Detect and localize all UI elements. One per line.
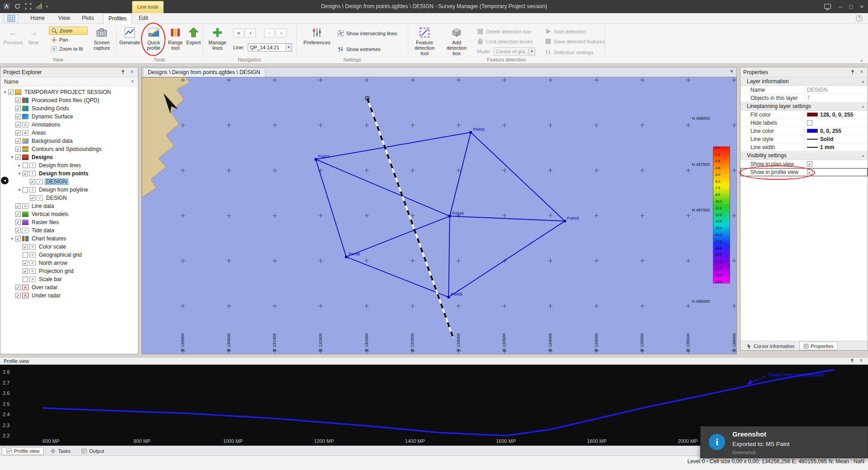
tree-item-annotations[interactable]: ✓AAnnotations bbox=[0, 121, 138, 129]
property-checkbox[interactable] bbox=[807, 120, 812, 126]
show-extremes-button[interactable]: Show extremes bbox=[337, 46, 381, 52]
visibility-checkbox[interactable]: ✓ bbox=[15, 203, 21, 209]
properties-section-visibility-settings[interactable]: Visibility settings▴ bbox=[741, 151, 868, 160]
property-row-show-in-profile-view[interactable]: Show in profile view✓ bbox=[741, 168, 868, 176]
expander-icon[interactable]: ▾ bbox=[9, 236, 15, 241]
tree-item-dynamic-surface[interactable]: ✓Dynamic Surface bbox=[0, 113, 138, 121]
tree-item-processed-point-files-qpd[interactable]: ✓Processed Point files (QPD) bbox=[0, 96, 138, 104]
tree-item-under-radar[interactable]: ✓AUnder radar bbox=[0, 291, 138, 300]
feature-detection-tool-button[interactable]: Feature detection tool bbox=[410, 26, 439, 59]
dropdown-icon[interactable]: ▼ bbox=[528, 48, 535, 55]
close-panel-icon[interactable]: × bbox=[858, 358, 864, 364]
visibility-checkbox[interactable]: ✓ bbox=[15, 212, 21, 217]
zoom-option[interactable]: Zoom bbox=[49, 27, 88, 35]
pin-icon[interactable] bbox=[849, 69, 856, 75]
visibility-checkbox[interactable]: ✓ bbox=[15, 236, 21, 241]
visibility-checkbox[interactable]: ✓ bbox=[15, 130, 21, 136]
dropdown-icon[interactable]: ▼ bbox=[285, 44, 292, 51]
previous-button[interactable]: ← Previous bbox=[3, 26, 24, 59]
export-button[interactable]: Export bbox=[185, 26, 202, 59]
expander-icon[interactable]: ▸ bbox=[17, 163, 22, 168]
close-panel-icon[interactable]: × bbox=[859, 69, 865, 75]
first-line-button[interactable]: « bbox=[233, 28, 244, 38]
property-checkbox[interactable]: ✓ bbox=[807, 169, 812, 175]
tree-item-chart-features[interactable]: ▾✓Chart features bbox=[0, 235, 138, 243]
visibility-checkbox[interactable]: ✓ bbox=[30, 195, 35, 201]
chart-icon[interactable] bbox=[35, 3, 43, 10]
screen-capture-button[interactable]: Screen capture bbox=[90, 26, 114, 59]
minimize-button[interactable]: – bbox=[839, 3, 842, 10]
show-intersecting-lines-button[interactable]: Show intersecting lines bbox=[337, 30, 397, 37]
visibility-checkbox[interactable]: ✓ bbox=[15, 228, 21, 233]
pin-icon[interactable] bbox=[120, 69, 126, 75]
tree-item-line-data[interactable]: ✓≡Line data bbox=[0, 202, 138, 210]
capture-region-icon[interactable] bbox=[24, 3, 32, 10]
visibility-checkbox[interactable]: ✓ bbox=[15, 146, 21, 152]
tree-item-geographical-grid[interactable]: #Geographical grid bbox=[0, 251, 138, 259]
delete-detection-box-button[interactable]: Delete detection box bbox=[477, 28, 531, 35]
selected-layer-marker[interactable]: ◄ bbox=[1, 177, 9, 184]
visibility-checkbox[interactable]: ✓ bbox=[15, 220, 21, 225]
application-menu-button[interactable] bbox=[4, 14, 19, 23]
map-canvas[interactable]: Point1Point2Point3Point4Point5Point60.0-… bbox=[142, 77, 737, 354]
tree-item-vertical-models[interactable]: ✓Vertical models bbox=[0, 210, 138, 218]
last-line-button[interactable]: » bbox=[276, 28, 287, 38]
tree-item-design[interactable]: ✓/DESIGN bbox=[0, 194, 138, 202]
greenshot-notification[interactable]: i Greenshot Exported to: MS Paint Greens… bbox=[700, 426, 868, 458]
property-checkbox[interactable]: ✓ bbox=[807, 161, 812, 167]
quick-profile-button[interactable]: Quick profile bbox=[143, 26, 165, 59]
visibility-checkbox[interactable]: ✓ bbox=[15, 98, 21, 103]
visibility-checkbox[interactable]: ✓ bbox=[8, 89, 14, 95]
generate-button[interactable]: Generate bbox=[118, 26, 141, 59]
property-row-show-in-plan-view[interactable]: Show in plan view✓ bbox=[741, 160, 868, 168]
maximize-button[interactable]: □ bbox=[849, 3, 853, 10]
manage-lines-button[interactable]: Manage lines bbox=[205, 26, 230, 59]
property-row-hide-labels[interactable]: Hide labels bbox=[741, 119, 868, 127]
visibility-checkbox[interactable]: ✓ bbox=[23, 171, 28, 176]
tree-item-temporary-project-session[interactable]: ▾✓TEMPORARY PROJECT SESSION bbox=[0, 88, 138, 96]
tree-item-projection-grid[interactable]: ✓#Projection grid bbox=[0, 267, 138, 275]
tree-item-design-from-points[interactable]: ▾✓/Design from points bbox=[0, 169, 138, 178]
expander-icon[interactable]: ▾ bbox=[17, 171, 22, 176]
qat-dropdown-icon[interactable]: ▾ bbox=[46, 5, 48, 9]
tree-item-areas[interactable]: ✓★Areas bbox=[0, 129, 138, 137]
property-row-line-color[interactable]: Line color0, 0, 255 bbox=[741, 127, 868, 135]
properties-section-lineplanning-layer-settings[interactable]: Lineplanning layer settings▴ bbox=[741, 102, 868, 111]
visibility-checkbox[interactable] bbox=[23, 187, 28, 193]
collapse-ribbon-icon[interactable]: ▴ bbox=[860, 58, 863, 62]
range-tool-button[interactable]: Range tool bbox=[165, 26, 185, 59]
document-tab[interactable]: Designs \ Design from points.qgfdes \ DE… bbox=[143, 68, 265, 77]
visibility-checkbox[interactable]: ✓ bbox=[15, 138, 21, 144]
detection-settings-button[interactable]: Detection settings bbox=[545, 49, 593, 56]
tree-item-sounding-grids[interactable]: ✓Sounding Grids bbox=[0, 104, 138, 113]
zoom-to-fit-option[interactable]: Zoom to fit bbox=[49, 45, 88, 53]
expander-icon[interactable]: ▾ bbox=[17, 188, 22, 192]
tab-profiles[interactable]: Profiles bbox=[103, 13, 132, 24]
help-icon[interactable]: ? bbox=[856, 15, 863, 22]
next-button[interactable]: → Next bbox=[24, 26, 42, 59]
tree-item-north-arrow[interactable]: ✓#North arrow bbox=[0, 259, 138, 267]
tree-item-over-radar[interactable]: ✓AOver radar bbox=[0, 283, 138, 291]
tree-item-background-data[interactable]: ✓Background data bbox=[0, 137, 138, 145]
property-row-name[interactable]: NameDESIGN bbox=[741, 86, 868, 94]
tree-item-design[interactable]: ✓/DESIGN bbox=[0, 178, 138, 186]
tab-tasks[interactable]: Tasks bbox=[46, 447, 75, 455]
tab-edit[interactable]: Edit bbox=[134, 13, 153, 24]
preferences-button[interactable]: Preferences bbox=[302, 26, 332, 59]
start-detection-button[interactable]: Start detection bbox=[545, 28, 586, 35]
visibility-checkbox[interactable]: ✓ bbox=[15, 285, 21, 290]
visibility-checkbox[interactable]: ✓ bbox=[15, 114, 21, 119]
visibility-checkbox[interactable]: ✓ bbox=[23, 244, 28, 249]
tree-item-raster-files[interactable]: ✓Raster files bbox=[0, 218, 138, 226]
property-row-fill-color[interactable]: Fill color128, 0, 0, 255 bbox=[741, 111, 868, 119]
pin-icon[interactable] bbox=[849, 358, 855, 364]
visibility-checkbox[interactable] bbox=[23, 163, 28, 168]
tree-item-color-scale[interactable]: ✓#Color scale bbox=[0, 243, 138, 251]
tab-list-dropdown-icon[interactable]: ▼ bbox=[730, 69, 734, 74]
expander-icon[interactable]: ▾ bbox=[2, 90, 8, 94]
visibility-checkbox[interactable] bbox=[23, 252, 28, 258]
tab-properties[interactable]: Properties bbox=[799, 342, 837, 350]
visibility-checkbox[interactable]: ✓ bbox=[15, 106, 21, 111]
column-dropdown-icon[interactable]: ▼ bbox=[131, 80, 134, 84]
lock-detection-boxes-button[interactable]: Lock detection boxes bbox=[477, 38, 533, 45]
